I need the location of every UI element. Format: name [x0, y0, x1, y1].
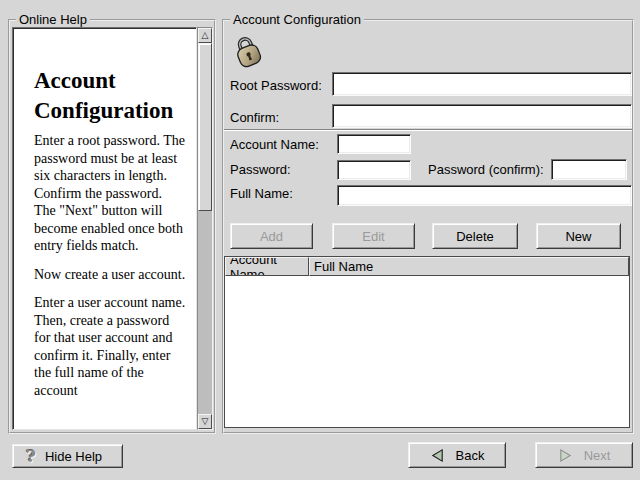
confirm-password-input[interactable]	[332, 104, 632, 128]
column-header-account-name[interactable]: Account Name	[225, 257, 309, 276]
help-title: Account Configuration	[34, 66, 186, 126]
accounts-table-header: Account Name Full Name	[225, 257, 629, 276]
back-button[interactable]: Back	[408, 442, 506, 468]
column-header-full-name[interactable]: Full Name	[309, 257, 629, 276]
account-configuration-frame-label: Account Configuration	[230, 13, 364, 27]
password-label: Password:	[230, 162, 291, 177]
scrollbar-thumb[interactable]	[198, 43, 212, 211]
password-confirm-input[interactable]	[551, 159, 627, 180]
accounts-table: Account Name Full Name	[224, 256, 630, 428]
confirm-password-label: Confirm:	[230, 110, 279, 125]
accounts-list[interactable]	[225, 276, 629, 427]
online-help-frame-label: Online Help	[16, 13, 90, 27]
new-button[interactable]: New	[536, 223, 621, 249]
password-confirm-label: Password (confirm):	[428, 162, 544, 177]
scroll-down-icon: ▽	[202, 417, 209, 426]
account-configuration-frame: Account Configuration Root Password: Con…	[222, 19, 634, 434]
hide-help-button[interactable]: ? Hide Help	[12, 444, 123, 468]
full-name-input[interactable]	[337, 185, 632, 206]
scroll-down-button[interactable]: ▽	[198, 414, 212, 429]
next-arrow-icon	[558, 448, 573, 463]
back-label: Back	[456, 448, 485, 463]
scroll-up-icon: △	[202, 31, 209, 40]
full-name-label: Full Name:	[230, 186, 293, 201]
online-help-frame: Online Help Account Configuration Enter …	[8, 19, 216, 434]
padlock-icon	[229, 31, 267, 69]
add-button[interactable]: Add	[230, 223, 313, 249]
next-button[interactable]: Next	[535, 442, 633, 468]
help-paragraph: Enter a user account name. Then, create …	[34, 294, 186, 399]
scroll-up-button[interactable]: △	[198, 28, 212, 43]
account-name-label: Account Name:	[230, 137, 319, 152]
delete-button[interactable]: Delete	[432, 223, 518, 249]
account-name-input[interactable]	[337, 134, 411, 154]
help-scrollbar[interactable]: △ ▽	[197, 27, 213, 430]
separator	[224, 129, 632, 131]
edit-button[interactable]: Edit	[332, 223, 415, 249]
hide-help-label: Hide Help	[45, 449, 102, 464]
root-password-label: Root Password:	[230, 78, 322, 93]
back-arrow-icon	[430, 448, 445, 463]
help-text-area: Account Configuration Enter a root passw…	[12, 27, 197, 430]
help-paragraph: Enter a root password. The password must…	[34, 132, 186, 255]
help-question-icon: ?	[26, 448, 36, 465]
root-password-input[interactable]	[332, 72, 632, 96]
password-input[interactable]	[337, 160, 411, 180]
help-paragraph: Now create a user account.	[34, 266, 186, 284]
next-label: Next	[584, 448, 611, 463]
